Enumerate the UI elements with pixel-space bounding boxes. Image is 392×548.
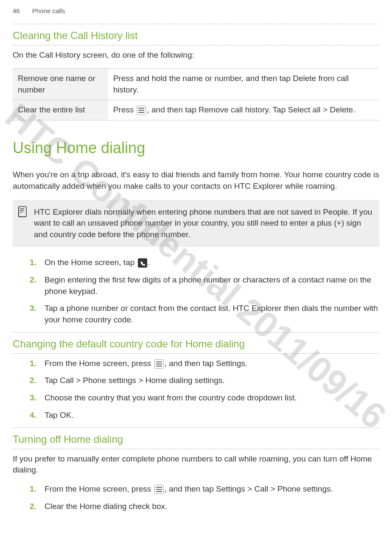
table-row: Remove one name or number Press and hold… [13,69,379,100]
clear-history-table: Remove one name or number Press and hold… [13,68,379,120]
cell-label: Remove one name or number [13,69,108,100]
text: , and then tap [165,359,216,368]
heading-change-country: Changing the default country code for Ho… [13,337,379,351]
note-text: HTC Explorer dials normally when enterin… [34,207,372,239]
cell-desc: Press , and then tap Remove call history… [108,100,379,120]
menu-icon [154,359,164,369]
heading-turn-off: Turning off Home dialing [13,432,379,447]
page-number: 46 [13,6,20,15]
divider [13,332,379,333]
text: . [245,359,247,368]
turn-off-para: If you prefer to manually enter complete… [13,453,379,476]
section-name: Phone calls [32,7,65,14]
divider [13,45,379,45]
text: > [321,105,330,114]
text-bold: Home dialing settings [146,376,223,385]
text: . [222,376,224,385]
home-dialing-steps: On the Home screen, tap . Begin entering… [30,257,379,325]
text: Clear the [45,502,79,511]
divider [13,428,379,428]
list-item: Clear the Home dialing check box. [30,501,379,512]
divider [13,24,379,24]
list-item: Tap a phone number or contact from the c… [30,303,379,325]
text: , and then tap [165,484,216,493]
text: . [148,258,150,267]
list-item: Tap OK. [30,410,379,421]
list-item: Choose the country that you want from th… [30,392,379,404]
home-dialing-para: When you're on a trip abroad, it's easy … [13,169,379,192]
turn-off-steps: From the Home screen, press , and then t… [30,484,379,512]
text-bold: Call [254,484,268,493]
text: . Tap [268,105,288,114]
text-bold: Settings [216,484,245,493]
text: From the Home screen, press [45,484,154,493]
text: check box. [126,502,167,511]
text: . [353,105,355,114]
list-item: From the Home screen, press , and then t… [30,358,379,369]
text: . [71,411,73,419]
text: On the Home screen, tap [45,258,137,267]
text-bold: Delete [330,105,353,114]
text: Tap [45,411,60,419]
cell-desc: Press and hold the name or number, and t… [108,69,379,100]
list-item: Tap Call > Phone settings > Home dialing… [30,375,379,386]
text-bold: Home dialing [79,502,126,511]
text: Press and hold the name or number, and t… [113,74,293,83]
table-row: Clear the entire list Press , and then t… [13,100,379,120]
text: > [136,376,146,385]
text: . [136,85,138,94]
text-bold: Phone settings [277,484,331,493]
change-country-steps: From the Home screen, press , and then t… [30,358,379,421]
phone-icon [138,258,147,268]
text: Tap [45,376,60,385]
text: > [268,484,277,493]
heading-home-dialing: Using Home dialing [13,137,379,159]
text-bold: Settings [216,359,245,368]
text-bold: Select all [288,105,321,114]
list-item: Begin entering the first few digits of a… [30,274,379,297]
menu-icon [137,106,146,115]
list-item: From the Home screen, press , and then t… [30,484,379,495]
text: . [331,484,333,493]
text-bold: Call [60,376,74,385]
list-item: On the Home screen, tap . [30,257,379,268]
note-box: HTC Explorer dials normally when enterin… [13,200,379,247]
divider [13,449,379,449]
text: , and then tap [147,105,199,114]
text-bold: OK [60,411,71,419]
divider [13,353,379,354]
text: > [245,484,255,493]
text-bold: Remove call history [199,105,268,114]
text: > [74,376,83,385]
cell-label: Clear the entire list [13,100,108,120]
note-icon [18,206,27,218]
heading-clearing: Clearing the Call History list [13,28,379,43]
page-header: 46 Phone calls [13,6,379,15]
menu-icon [154,485,164,494]
text: Press [113,105,136,114]
clearing-intro: On the Call History screen, do one of th… [13,50,379,61]
text-bold: Phone settings [83,376,136,385]
text: From the Home screen, press [45,359,154,368]
svg-rect-0 [19,207,26,217]
